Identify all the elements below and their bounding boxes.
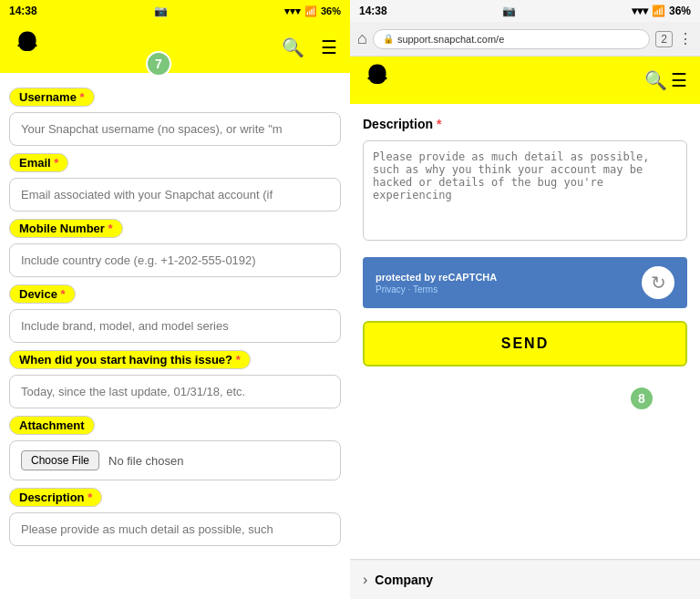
device-input[interactable] (9, 309, 341, 343)
right-header-icons: 🔍 ☰ (644, 69, 687, 91)
send-button[interactable]: SEND (363, 321, 687, 367)
browser-bar: ⌂ 🔒 support.snapchat.com/e 2 ⋮ (350, 22, 700, 57)
terms-link[interactable]: Terms (413, 284, 438, 294)
battery-level: 36% (321, 5, 341, 16)
signal-icon: 📶 (304, 5, 317, 17)
right-panel: 14:38 📷 ▾▾▾ 📶 36% ⌂ 🔒 support.snapchat.c… (350, 0, 700, 599)
right-signal-area: ▾▾▾ 📶 36% (632, 5, 691, 17)
wifi-icon: ▾▾▾ (284, 5, 301, 17)
attachment-row: Choose File No file chosen (9, 440, 341, 480)
desc-required: * (85, 491, 93, 504)
left-panel: 14:38 📷 ▾▾▾ 📶 36% 🔍 ☰ 7 Username * (0, 0, 350, 599)
lock-icon: 🔒 (383, 34, 394, 44)
left-header-icons: 🔍 ☰ (282, 36, 337, 58)
right-app-header: 🔍 ☰ (350, 57, 700, 104)
company-label: Company (375, 573, 433, 587)
browser-url-text: support.snapchat.com/e (397, 34, 504, 45)
email-label: Email * (9, 153, 68, 172)
description-input[interactable] (9, 512, 341, 546)
recaptcha-checkbox[interactable]: ↻ (642, 266, 674, 299)
right-footer: › Company (350, 559, 700, 599)
right-wifi-icon: ▾▾▾ (632, 5, 648, 17)
browser-home-icon[interactable]: ⌂ (357, 29, 367, 48)
form-area: Username * Email * Mobile Number * Devic… (0, 73, 350, 599)
right-menu-icon[interactable]: ☰ (671, 70, 687, 90)
username-field-group: Username * (9, 82, 341, 148)
mobile-field-group: Mobile Number * (9, 213, 341, 279)
company-row[interactable]: › Company (350, 560, 700, 599)
issue-date-label: When did you start having this issue? * (9, 350, 251, 369)
left-status-icon: 📷 (154, 5, 168, 17)
snapchat-logo (13, 30, 42, 65)
recaptcha-text: protected by reCAPTCHA (376, 272, 497, 283)
company-arrow-icon: › (363, 572, 367, 588)
issue-date-field-group: When did you start having this issue? * (9, 345, 341, 410)
menu-icon[interactable]: ☰ (321, 36, 337, 58)
recaptcha-info: protected by reCAPTCHA Privacy · Terms (376, 272, 497, 294)
right-status-bar: 14:38 📷 ▾▾▾ 📶 36% (350, 0, 700, 22)
right-content-area: Description * protected by reCAPTCHA Pri… (350, 104, 700, 559)
device-field-group: Device * (9, 279, 341, 345)
right-snapchat-logo (363, 63, 392, 98)
username-label: Username * (9, 88, 95, 107)
mobile-input[interactable] (9, 243, 341, 277)
right-search-icon[interactable]: 🔍 (644, 70, 667, 90)
description-field-group: Description * (9, 482, 341, 548)
browser-menu-icon[interactable]: ⋮ (678, 30, 693, 47)
left-signal: ▾▾▾ 📶 36% (284, 5, 341, 17)
attachment-field-group: Attachment Choose File No file chosen (9, 410, 341, 480)
description-label-left: Description * (9, 488, 102, 507)
right-status-icon: 📷 (502, 5, 516, 17)
recaptcha-links: Privacy · Terms (376, 284, 497, 294)
left-status-bar: 14:38 📷 ▾▾▾ 📶 36% (0, 0, 350, 22)
left-time: 14:38 (9, 5, 37, 17)
mobile-required: * (105, 222, 113, 235)
issue-required: * (232, 353, 241, 367)
tab-count-icon[interactable]: 2 (655, 31, 673, 47)
mobile-label: Mobile Number * (9, 219, 123, 238)
right-desc-required: * (437, 117, 441, 131)
right-battery: 36% (669, 5, 691, 17)
username-required: * (77, 90, 85, 104)
right-time: 14:38 (359, 5, 387, 17)
right-signal-icon: 📶 (652, 5, 665, 17)
username-input[interactable] (9, 112, 341, 146)
email-input[interactable] (9, 178, 341, 212)
privacy-link[interactable]: Privacy (376, 284, 406, 294)
email-field-group: Email * (9, 148, 341, 213)
browser-action-buttons: 2 ⋮ (655, 30, 693, 47)
issue-date-input[interactable] (9, 375, 341, 408)
recaptcha-box[interactable]: protected by reCAPTCHA Privacy · Terms ↻ (363, 257, 687, 308)
step-8-badge: 8 (629, 386, 654, 411)
step-7-badge: 7 (146, 51, 171, 77)
right-description-label: Description * (363, 117, 687, 131)
search-icon[interactable]: 🔍 (282, 36, 304, 58)
browser-url-bar[interactable]: 🔒 support.snapchat.com/e (373, 29, 650, 49)
right-description-textarea[interactable] (363, 140, 687, 241)
email-required: * (51, 156, 59, 170)
choose-file-button[interactable]: Choose File (21, 450, 99, 470)
no-file-label: No file chosen (108, 454, 183, 468)
left-app-header: 🔍 ☰ (0, 22, 350, 73)
device-label: Device * (9, 284, 76, 304)
device-required: * (57, 287, 66, 301)
attachment-label: Attachment (9, 416, 95, 435)
